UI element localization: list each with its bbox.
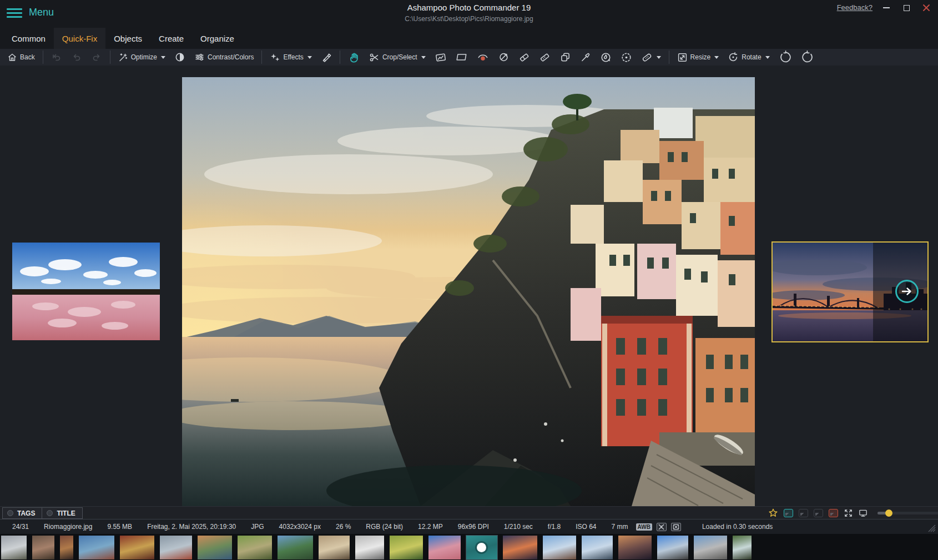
- filmstrip-thumb-hallstatt[interactable]: [582, 536, 613, 559]
- focus-tool-button[interactable]: [617, 49, 636, 65]
- photo-commander-window: Menu Ashampoo Photo Commander 19 C:\User…: [0, 0, 938, 560]
- auto-contrast-button[interactable]: [170, 49, 189, 65]
- filmstrip-thumb-alps-village[interactable]: [1, 536, 27, 559]
- contrast-icon: [174, 52, 185, 63]
- monitor-view-button[interactable]: [858, 508, 868, 518]
- zoom-slider-knob[interactable]: [885, 509, 892, 517]
- favorite-button[interactable]: [768, 508, 778, 518]
- next-image-button[interactable]: [895, 280, 919, 303]
- next-image-preview[interactable]: [771, 241, 929, 342]
- effects-label: Effects: [283, 53, 303, 61]
- optimize-button[interactable]: Optimize: [114, 49, 169, 65]
- red-eye-button[interactable]: [473, 49, 493, 65]
- filmstrip-thumb-white-church-bw[interactable]: [355, 536, 384, 559]
- selection-frame-button[interactable]: [452, 49, 472, 65]
- contrast-colors-button[interactable]: Contrast/Colors: [190, 49, 258, 65]
- filmstrip-thumb-spiral-sky[interactable]: [657, 536, 688, 559]
- color-dial-button[interactable]: [596, 49, 616, 65]
- resize-button[interactable]: Resize: [673, 49, 723, 65]
- filmstrip-thumb-tre-cime[interactable]: [694, 536, 727, 559]
- metering-icon: [671, 523, 681, 531]
- rotate-cw-icon: [801, 51, 814, 64]
- magic-eraser-button[interactable]: [535, 49, 554, 65]
- redo-button: [87, 49, 106, 65]
- tab-quick-fix[interactable]: Quick-Fix: [54, 28, 105, 49]
- close-icon[interactable]: [919, 2, 934, 14]
- tags-radio: [7, 510, 13, 516]
- back-button[interactable]: Back: [3, 49, 39, 65]
- filmstrip-thumb-old-town-roofs[interactable]: [32, 536, 54, 559]
- feedback-link[interactable]: Feedback?: [837, 3, 873, 12]
- filmstrip-thumb-laundry-alley[interactable]: [319, 536, 350, 559]
- tab-organize[interactable]: Organize: [192, 28, 243, 49]
- filmstrip-thumb-waterfall-peak[interactable]: [198, 536, 232, 559]
- filmstrip-thumb-autumn-city[interactable]: [60, 536, 73, 559]
- rotate-button[interactable]: Rotate: [724, 49, 773, 65]
- view-mode-compare-button[interactable]: [828, 508, 838, 518]
- filmstrip-thumb-green-valley[interactable]: [278, 536, 313, 559]
- filmstrip-thumb-bridge-dusk[interactable]: [503, 536, 537, 559]
- filmstrip-thumb-tree-bark[interactable]: [238, 536, 272, 559]
- filmstrip-thumb-sunset-silhouette[interactable]: [618, 536, 652, 559]
- status-item: f/1.8: [548, 523, 561, 531]
- filmstrip-thumb-harbor-houses[interactable]: [79, 536, 114, 559]
- filmstrip-thumb-current-riomaggiore[interactable]: [466, 536, 497, 559]
- filmstrip-thumb-torii-gate[interactable]: [160, 536, 192, 559]
- rotate-ccw-button[interactable]: [775, 49, 796, 65]
- tab-objects[interactable]: Objects: [105, 28, 150, 49]
- retouch-button[interactable]: [317, 49, 336, 65]
- eraser-button[interactable]: [515, 49, 534, 65]
- filmstrip-thumb-pink-lake[interactable]: [428, 536, 461, 559]
- main-image[interactable]: [182, 77, 755, 506]
- view-dual-icon: [799, 509, 808, 517]
- resize-label: Resize: [690, 53, 711, 61]
- scissors-icon: [369, 52, 380, 63]
- view-mode-single-button[interactable]: [783, 508, 793, 518]
- minimize-icon[interactable]: [879, 2, 894, 14]
- maximize-icon[interactable]: [899, 2, 914, 14]
- previous-image-preview[interactable]: [12, 243, 160, 340]
- filmstrip-thumb-alpine-lake-houses[interactable]: [543, 536, 576, 559]
- hand-tool-button[interactable]: [344, 49, 364, 65]
- filmstrip-thumb-lily-pads[interactable]: [390, 536, 423, 559]
- straighten-button[interactable]: [431, 49, 451, 65]
- view-mode-2-button[interactable]: [798, 508, 808, 518]
- magic-eraser-icon: [539, 52, 551, 63]
- expand-icon: [844, 508, 853, 518]
- chevron-down-icon: [421, 56, 426, 59]
- filmstrip-thumb-waterfall[interactable]: [733, 536, 752, 559]
- redo-icon: [91, 52, 102, 62]
- copy-stamp-button[interactable]: [556, 49, 575, 65]
- fullscreen-button[interactable]: [843, 508, 853, 518]
- pipette-icon: [580, 52, 591, 63]
- app-title: Ashampoo Photo Commander 19: [0, 3, 938, 12]
- view-mode-3-button[interactable]: [813, 508, 823, 518]
- status-item: 9.55 MB: [107, 523, 132, 531]
- status-item: ISO 64: [576, 523, 596, 531]
- white-balance-badge: AWB: [636, 523, 652, 531]
- title-toggle[interactable]: TITLE: [42, 507, 82, 519]
- tags-label: TAGS: [17, 509, 35, 517]
- frame-icon: [456, 52, 468, 63]
- healing-button[interactable]: [637, 49, 665, 65]
- tab-common[interactable]: Common: [3, 28, 54, 49]
- filmstrip-thumb-painted-plates[interactable]: [120, 536, 154, 559]
- pipette-button[interactable]: [576, 49, 595, 65]
- ribbon-tabs: Common Quick-Fix Objects Create Organize: [0, 28, 938, 49]
- sliders-icon: [194, 52, 205, 62]
- clone-tool-button[interactable]: [494, 49, 513, 65]
- tags-toggle[interactable]: TAGS: [2, 507, 42, 519]
- red-eye-icon: [477, 52, 489, 63]
- zoom-slider[interactable]: [878, 512, 938, 514]
- rotate-icon: [728, 52, 739, 63]
- effects-button[interactable]: Effects: [266, 49, 315, 65]
- statusbar: 24/31Riomaggiore.jpg9.55 MBFreitag, 2. M…: [0, 519, 938, 534]
- rotate-cw-button[interactable]: [797, 49, 818, 65]
- tab-create[interactable]: Create: [150, 28, 192, 49]
- resize-grip[interactable]: [928, 524, 936, 532]
- hand-tool-icon: [348, 52, 360, 63]
- crop-select-button[interactable]: Crop/Select: [365, 49, 430, 65]
- status-item: JPG: [251, 523, 264, 531]
- quick-fix-toolbar: Back Optimize Contrast/Colors Effects: [0, 49, 938, 65]
- view-compare-icon: [829, 509, 838, 517]
